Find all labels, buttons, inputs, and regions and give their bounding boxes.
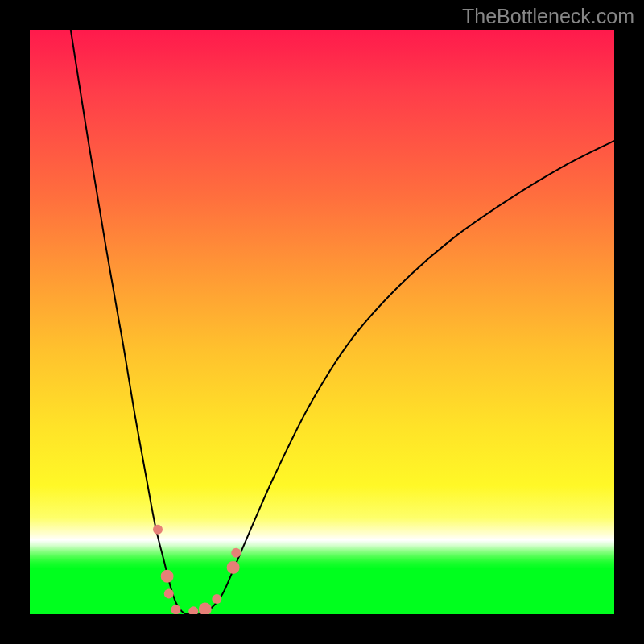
chart-plot-area <box>30 30 614 614</box>
chart-marker <box>212 594 221 604</box>
chart-marker <box>231 548 241 558</box>
chart-marker <box>199 602 212 614</box>
chart-marker <box>164 589 174 599</box>
chart-svg <box>30 30 614 614</box>
chart-marker <box>188 606 198 614</box>
chart-marker <box>153 525 163 535</box>
chart-marker <box>227 561 240 574</box>
chart-marker <box>171 605 181 614</box>
bottleneck-curve <box>71 30 614 614</box>
chart-marker <box>161 570 174 583</box>
watermark-text: TheBottleneck.com <box>462 5 634 28</box>
chart-frame: TheBottleneck.com <box>0 0 644 644</box>
